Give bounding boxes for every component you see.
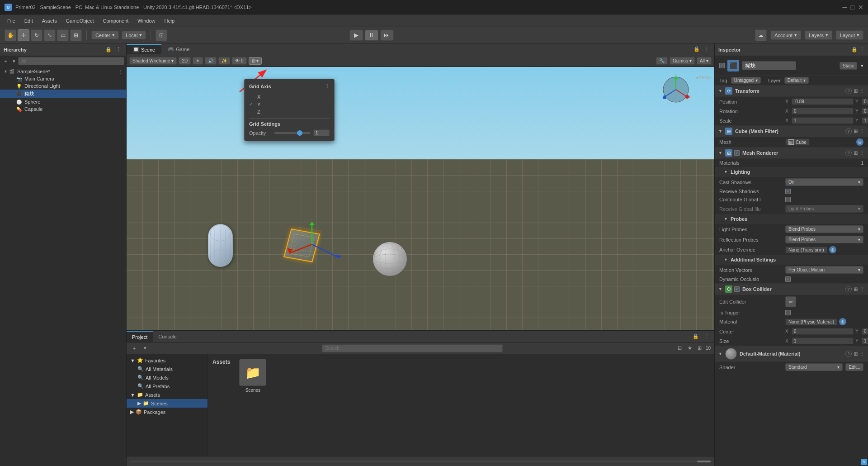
scale-y-input[interactable] bbox=[862, 117, 868, 124]
tools-toggle[interactable]: 🔧 bbox=[656, 57, 668, 65]
h-sphere[interactable]: ⚪ Sphere bbox=[0, 98, 126, 105]
filter-icon[interactable]: ⊡ bbox=[676, 344, 684, 352]
h-capsule[interactable]: 💊 Capsule bbox=[0, 105, 126, 113]
pos-x-input[interactable] bbox=[792, 98, 854, 105]
asset-search[interactable] bbox=[322, 344, 503, 352]
light-probes-dropdown[interactable]: Blend Probes ▾ bbox=[785, 225, 863, 233]
popup-y[interactable]: ✓ Y bbox=[249, 100, 330, 108]
scene-menu[interactable]: ⋮ bbox=[703, 45, 711, 53]
all-models-item[interactable]: 🔍 All Models bbox=[127, 373, 208, 382]
menu-file[interactable]: File bbox=[4, 17, 19, 25]
pos-y-input[interactable] bbox=[862, 98, 868, 105]
mesh-filter-section[interactable]: ▼ ⊞ Cube (Mesh Filter) ? ⊞ ⋮ bbox=[715, 125, 868, 137]
object-name-field[interactable] bbox=[742, 61, 796, 70]
rot-y-input[interactable] bbox=[862, 108, 868, 114]
opacity-slider[interactable] bbox=[274, 132, 311, 134]
transform-settings[interactable]: ⊞ bbox=[854, 88, 858, 94]
close-icon[interactable]: ✕ bbox=[858, 4, 863, 11]
probes-subsection[interactable]: ▼ Probes bbox=[715, 214, 868, 224]
scene-view[interactable]: Y X Z ◄Persp Grid Axis ⋮ X bbox=[127, 67, 714, 330]
fx-toggle[interactable]: ✨ bbox=[218, 57, 230, 65]
hierarchy-lock[interactable]: 🔒 bbox=[104, 46, 113, 54]
transform-menu[interactable]: ⋮ bbox=[859, 88, 864, 94]
scroll-thumb[interactable] bbox=[697, 461, 711, 462]
menu-gameobject[interactable]: GameObject bbox=[62, 17, 98, 25]
material-help[interactable]: ? bbox=[845, 351, 852, 357]
scroll-track[interactable] bbox=[130, 461, 711, 462]
mesh-renderer-help[interactable]: ? bbox=[845, 150, 852, 156]
snap-tool[interactable]: ⊡ bbox=[156, 29, 167, 41]
cloud-icon[interactable]: ☁ bbox=[755, 29, 767, 41]
grid-toggle[interactable]: ⊞ ▾ bbox=[249, 57, 262, 65]
account-dropdown[interactable]: Account ▾ bbox=[770, 30, 801, 40]
anchor-select[interactable]: ◎ bbox=[829, 246, 836, 253]
packages-folder[interactable]: ▶ 📦 Packages bbox=[127, 408, 208, 416]
layer-dropdown[interactable]: Default ▾ bbox=[784, 77, 809, 84]
mesh-filter-help[interactable]: ? bbox=[845, 128, 852, 134]
reflection-probes-dropdown[interactable]: Blend Probes ▾ bbox=[785, 236, 863, 243]
scene-menu[interactable]: ⋮ bbox=[118, 69, 123, 74]
h-light[interactable]: 💡 Directional Light bbox=[0, 82, 126, 90]
material-settings[interactable]: ⊞ bbox=[854, 351, 858, 357]
menu-edit[interactable]: Edit bbox=[21, 17, 37, 25]
material-select[interactable]: ◎ bbox=[839, 318, 846, 325]
mesh-renderer-enabled[interactable] bbox=[734, 150, 740, 156]
scene-hidden[interactable]: 👁 0 bbox=[232, 57, 246, 65]
multi-tool[interactable]: ⊞ bbox=[70, 29, 82, 41]
is-trigger-checkbox[interactable] bbox=[785, 310, 791, 315]
transform-section[interactable]: ▼ ⟳ Transform ? ⊞ ⋮ bbox=[715, 85, 868, 97]
layout-dropdown[interactable]: Layout ▾ bbox=[836, 30, 863, 40]
box-collider-section[interactable]: ▼ ⬡ Box Collider ? ⊞ ⋮ bbox=[715, 283, 868, 295]
scenes-folder[interactable]: ▶ 📁 Scenes bbox=[127, 399, 208, 408]
tag-dropdown[interactable]: Untagged ▾ bbox=[731, 77, 761, 84]
all-materials-item[interactable]: 🔍 All Materials bbox=[127, 365, 208, 373]
inspector-lock[interactable]: 🔒 bbox=[851, 47, 858, 52]
transform-help[interactable]: ? bbox=[845, 88, 852, 94]
step-button[interactable]: ⏭ bbox=[380, 30, 394, 41]
grid-view-icon[interactable]: ⊞ bbox=[696, 344, 704, 352]
contribute-gi-checkbox[interactable] bbox=[785, 197, 791, 202]
scale-tool[interactable]: ⤡ bbox=[44, 29, 56, 41]
asset-more[interactable]: ▾ bbox=[141, 344, 149, 352]
h-camera[interactable]: 📷 Main Camera bbox=[0, 75, 126, 82]
window-controls[interactable]: ─ □ ✕ bbox=[843, 4, 863, 11]
add-hierarchy-button[interactable]: + bbox=[2, 57, 10, 65]
shader-dropdown[interactable]: Standard ▾ bbox=[785, 363, 843, 371]
menu-help[interactable]: Help bbox=[160, 17, 178, 25]
all-prefabs-item[interactable]: 🔍 All Prefabs bbox=[127, 382, 208, 390]
menu-component[interactable]: Component bbox=[99, 17, 132, 25]
size-y-input[interactable] bbox=[862, 338, 868, 344]
size-x-input[interactable] bbox=[792, 338, 854, 344]
gizmos-dropdown[interactable]: Gizmos ▾ bbox=[670, 57, 695, 65]
play-button[interactable]: ▶ bbox=[349, 30, 363, 41]
scenes-asset[interactable]: 📁 ✎ Scenes bbox=[239, 359, 266, 393]
hierarchy-menu[interactable]: ⋮ bbox=[114, 46, 123, 54]
h-cube[interactable]: ⬛ 糊块 bbox=[0, 90, 126, 98]
space-toggle[interactable]: Local ▾ bbox=[122, 31, 146, 39]
static-arrow[interactable]: ▾ bbox=[861, 63, 863, 69]
mesh-renderer-settings[interactable]: ⊞ bbox=[854, 150, 858, 156]
dimension-toggle[interactable]: 2D bbox=[179, 57, 191, 65]
audio-toggle[interactable]: 🔊 bbox=[205, 57, 217, 65]
popup-menu-icon[interactable]: ⋮ bbox=[325, 84, 330, 90]
favorite-icon[interactable]: ★ bbox=[686, 344, 694, 352]
center-x-input[interactable] bbox=[792, 328, 854, 335]
pause-button[interactable]: ⏸ bbox=[365, 30, 378, 41]
move-tool[interactable]: ✛ bbox=[18, 29, 29, 41]
h-scene[interactable]: ▼ 🎬 SampleScene* ⋮ bbox=[0, 68, 126, 75]
box-collider-help[interactable]: ? bbox=[845, 286, 852, 292]
static-button[interactable]: Static bbox=[840, 62, 857, 70]
minimize-icon[interactable]: ─ bbox=[843, 4, 847, 11]
hierarchy-more[interactable]: ▾ bbox=[10, 57, 18, 65]
dynamic-occlusion-checkbox[interactable] bbox=[785, 276, 791, 282]
mesh-select-icon[interactable]: ◎ bbox=[856, 138, 863, 146]
receive-gi-dropdown[interactable]: Light Probes ▾ bbox=[785, 205, 863, 213]
menu-window[interactable]: Window bbox=[134, 17, 159, 25]
object-active-checkbox[interactable] bbox=[719, 63, 725, 68]
add-asset-button[interactable]: + bbox=[130, 344, 138, 352]
edit-collider-button[interactable]: ✏ bbox=[785, 296, 796, 307]
edit-shader-button[interactable]: Edit... bbox=[845, 363, 863, 371]
project-menu[interactable]: ⋮ bbox=[703, 333, 711, 341]
rotate-tool[interactable]: ↻ bbox=[31, 29, 42, 41]
box-collider-enabled[interactable] bbox=[734, 286, 740, 292]
